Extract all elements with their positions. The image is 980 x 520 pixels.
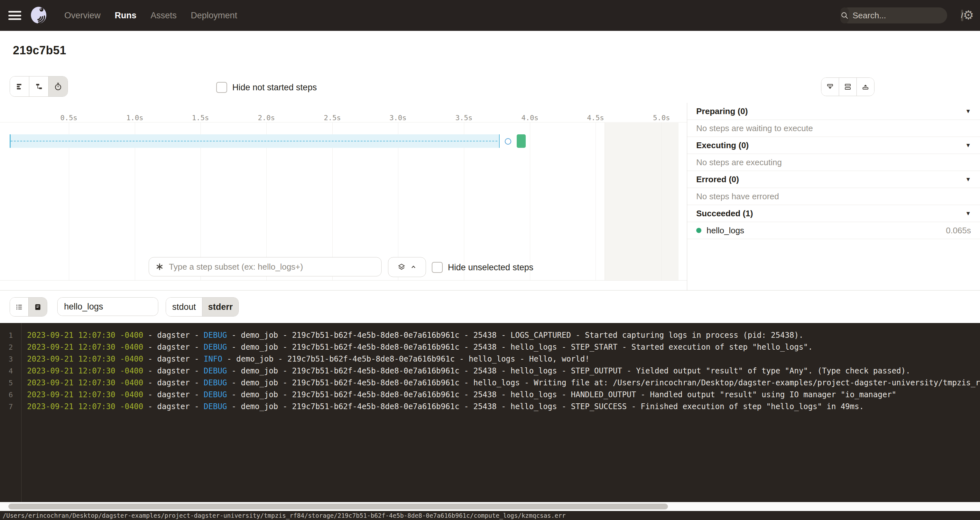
hide-unselected-control: Hide unselected steps bbox=[432, 262, 533, 273]
search-input[interactable] bbox=[852, 10, 961, 21]
tab-stdout[interactable]: stdout bbox=[166, 298, 202, 316]
waterfall-icon bbox=[35, 82, 43, 90]
search-icon bbox=[840, 7, 849, 24]
gantt-bottom-border bbox=[0, 280, 687, 281]
collapse-down-button[interactable] bbox=[821, 78, 839, 96]
stopwatch-icon bbox=[54, 82, 62, 91]
section-empty-errored: No steps have errored bbox=[687, 188, 980, 205]
step-duration: 0.065s bbox=[946, 226, 971, 236]
tab-stderr-label: stderr bbox=[208, 302, 233, 312]
step-marker-circle[interactable] bbox=[505, 138, 511, 144]
hide-unselected-checkbox[interactable] bbox=[432, 262, 443, 273]
split-panes-icon bbox=[844, 83, 852, 90]
hide-not-started-checkbox[interactable] bbox=[216, 82, 227, 93]
gantt-toolbar: Hide not started steps bbox=[0, 71, 980, 103]
line-number: 1 bbox=[0, 330, 13, 341]
collapse-down-icon bbox=[826, 83, 834, 90]
line-number: 5 bbox=[0, 377, 13, 389]
axis-tick: 3.0s bbox=[390, 114, 407, 122]
log-raw-view-button[interactable] bbox=[29, 298, 47, 316]
log-lines: 1 2023-09-21 12:07:30 -0400 - dagster - … bbox=[0, 330, 980, 413]
op-selector-icon bbox=[155, 263, 164, 271]
section-title: Preparing (0) bbox=[696, 106, 965, 116]
run-id: 219c7b51 bbox=[13, 44, 66, 57]
hide-unselected-label: Hide unselected steps bbox=[448, 263, 533, 273]
tab-stdout-label: stdout bbox=[172, 302, 196, 312]
split-panes-button[interactable] bbox=[839, 78, 857, 96]
gridline bbox=[530, 122, 530, 280]
gantt-view-mode-group bbox=[10, 76, 68, 97]
line-number: 3 bbox=[0, 353, 13, 365]
nav-runs[interactable]: Runs bbox=[115, 11, 137, 21]
log-filter-field bbox=[57, 297, 158, 316]
log-line: 3 2023-09-21 12:07:30 -0400 - dagster - … bbox=[0, 353, 980, 365]
horizontal-scrollbar bbox=[0, 502, 980, 511]
step-bar-hello-logs[interactable] bbox=[517, 134, 526, 148]
horizontal-scrollbar-thumb[interactable] bbox=[8, 504, 668, 509]
log-file-path-bar: /Users/erincochran/Desktop/dagster-examp… bbox=[0, 511, 980, 520]
section-header-executing[interactable]: Executing (0) ▼ bbox=[687, 137, 980, 154]
gantt-waterfall-view-button[interactable] bbox=[29, 76, 49, 97]
gantt-flat-view-button[interactable] bbox=[10, 76, 29, 97]
log-view-mode-group bbox=[10, 297, 47, 317]
graph-query-toggle-button[interactable] bbox=[388, 257, 426, 277]
axis-tick: 1.0s bbox=[126, 114, 143, 122]
top-nav-bar: Overview Runs Assets Deployment / ⚙ bbox=[0, 0, 980, 31]
log-table-view-button[interactable] bbox=[10, 298, 29, 316]
caret-up-icon bbox=[410, 264, 417, 270]
log-line: 1 2023-09-21 12:07:30 -0400 - dagster - … bbox=[0, 330, 980, 341]
section-header-succeeded[interactable]: Succeeded (1) ▼ bbox=[687, 205, 980, 222]
step-success-dot-icon bbox=[696, 228, 702, 233]
step-subset-field bbox=[149, 257, 382, 276]
section-caret-icon: ▼ bbox=[965, 176, 971, 183]
gridline bbox=[662, 122, 662, 280]
axis-tick: 3.5s bbox=[456, 114, 473, 122]
tab-stderr[interactable]: stderr bbox=[202, 298, 239, 316]
section-caret-icon: ▼ bbox=[965, 142, 971, 149]
collapse-up-button[interactable] bbox=[857, 78, 874, 96]
log-line: 7 2023-09-21 12:07:30 -0400 - dagster - … bbox=[0, 401, 980, 413]
empty-text: No steps have errored bbox=[696, 192, 779, 201]
line-number: 6 bbox=[0, 389, 13, 401]
collapse-up-icon bbox=[862, 83, 869, 90]
log-line: 4 2023-09-21 12:07:30 -0400 - dagster - … bbox=[0, 365, 980, 377]
axis-line bbox=[0, 122, 687, 122]
layers-icon bbox=[397, 263, 406, 271]
line-number: 4 bbox=[0, 365, 13, 377]
log-filter-input[interactable] bbox=[57, 298, 158, 315]
axis-tick: 2.5s bbox=[324, 114, 341, 122]
hide-not-started-label: Hide not started steps bbox=[232, 82, 317, 93]
log-line: 6 2023-09-21 12:07:30 -0400 - dagster - … bbox=[0, 389, 980, 401]
nav-deployment[interactable]: Deployment bbox=[191, 11, 237, 21]
step-waiting-dashed-line bbox=[11, 141, 497, 141]
dagster-logo-icon[interactable] bbox=[29, 5, 49, 26]
axis-tick: 1.5s bbox=[192, 114, 209, 122]
after-run-end-region bbox=[605, 122, 679, 280]
section-title: Succeeded (1) bbox=[696, 209, 965, 219]
line-number: 7 bbox=[0, 401, 13, 413]
axis-tick: 5.0s bbox=[653, 114, 670, 122]
primary-nav: Overview Runs Assets Deployment bbox=[64, 11, 237, 21]
log-viewer[interactable]: 1 2023-09-21 12:07:30 -0400 - dagster - … bbox=[0, 323, 980, 502]
nav-overview[interactable]: Overview bbox=[64, 11, 101, 21]
gantt-timed-view-button[interactable] bbox=[49, 76, 68, 97]
section-header-errored[interactable]: Errored (0) ▼ bbox=[687, 171, 980, 188]
section-header-preparing[interactable]: Preparing (0) ▼ bbox=[687, 103, 980, 120]
axis-tick: 0.5s bbox=[60, 114, 78, 122]
section-title: Errored (0) bbox=[696, 174, 965, 184]
hamburger-menu-icon[interactable] bbox=[8, 11, 21, 20]
nav-assets[interactable]: Assets bbox=[151, 11, 177, 21]
line-number: 2 bbox=[0, 341, 13, 353]
console-document-icon bbox=[34, 303, 42, 311]
hide-not-started-control: Hide not started steps bbox=[216, 82, 317, 93]
list-icon bbox=[15, 303, 23, 311]
gear-icon[interactable]: ⚙ bbox=[963, 9, 974, 22]
step-name: hello_logs bbox=[706, 226, 946, 236]
global-search[interactable]: / bbox=[840, 7, 947, 24]
empty-text: No steps are waiting to execute bbox=[696, 124, 813, 133]
gridline bbox=[595, 122, 596, 280]
step-subset-input[interactable] bbox=[168, 262, 381, 272]
flat-list-icon bbox=[16, 82, 24, 90]
succeeded-step-row[interactable]: hello_logs 0.065s bbox=[687, 222, 980, 239]
section-caret-icon: ▼ bbox=[965, 210, 971, 217]
